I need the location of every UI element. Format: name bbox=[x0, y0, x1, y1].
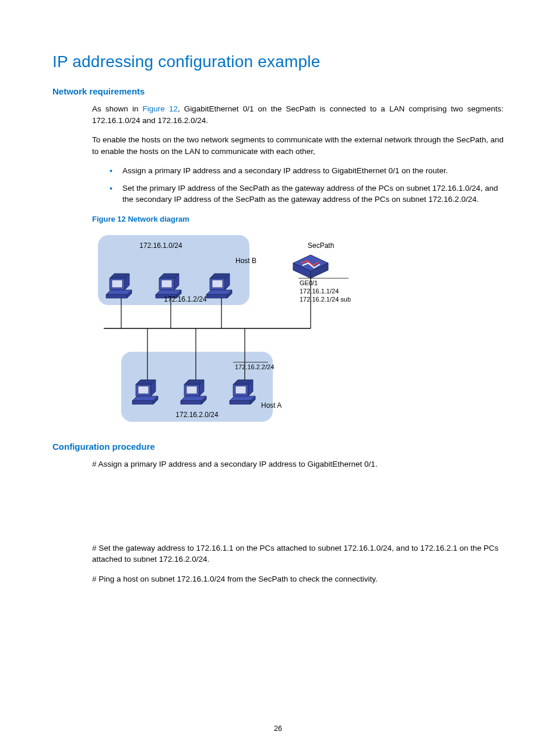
list-item: Set the primary IP address of the SecPat… bbox=[110, 183, 504, 205]
label-ip1: 172.16.1.1/24 bbox=[300, 288, 339, 295]
page-number: 26 bbox=[0, 724, 556, 733]
procedure-step-1: # Assign a primary IP address and a seco… bbox=[92, 459, 504, 470]
requirements-body: As shown in Figure 12, GigabitEthernet 0… bbox=[92, 103, 504, 205]
label-ge: GE0/1 bbox=[300, 279, 318, 286]
blank-space bbox=[92, 478, 504, 542]
requirements-para-2: To enable the hosts on the two network s… bbox=[92, 134, 504, 157]
diagram-svg: 172.16.1.0/24 Host B 172.16.1.2/24 SecPa… bbox=[92, 229, 372, 428]
figure-caption: Figure 12 Network diagram bbox=[92, 215, 504, 223]
requirements-para-1: As shown in Figure 12, GigabitEthernet 0… bbox=[92, 103, 504, 126]
figure-ref-link[interactable]: Figure 12 bbox=[143, 104, 178, 113]
label-host-b: Host B bbox=[235, 257, 256, 265]
document-page: IP addressing configuration example Netw… bbox=[0, 0, 556, 756]
label-ip-a: 172.16.2.2/24 bbox=[235, 363, 274, 370]
label-subnet2: 172.16.2.0/24 bbox=[175, 411, 219, 419]
procedure-body: # Assign a primary IP address and a seco… bbox=[92, 459, 504, 584]
network-diagram: 172.16.1.0/24 Host B 172.16.1.2/24 SecPa… bbox=[92, 229, 504, 428]
text-span: As shown in bbox=[92, 104, 143, 113]
label-ip2: 172.16.2.1/24 sub bbox=[300, 296, 351, 303]
list-item: Assign a primary IP address and a second… bbox=[110, 165, 504, 177]
procedure-step-2: # Set the gateway address to 172.16.1.1 … bbox=[92, 542, 504, 565]
section-heading-requirements: Network requirements bbox=[52, 86, 504, 96]
procedure-step-3: # Ping a host on subnet 172.16.1.0/24 fr… bbox=[92, 573, 504, 585]
requirements-bullets: Assign a primary IP address and a second… bbox=[110, 165, 504, 205]
page-title: IP addressing configuration example bbox=[52, 52, 504, 71]
label-ip-b: 172.16.1.2/24 bbox=[164, 295, 207, 303]
label-secpath: SecPath bbox=[308, 242, 334, 250]
section-heading-procedure: Configuration procedure bbox=[52, 442, 504, 452]
router-icon bbox=[293, 255, 328, 278]
label-subnet1: 172.16.1.0/24 bbox=[139, 242, 182, 250]
label-host-a: Host A bbox=[261, 401, 281, 410]
